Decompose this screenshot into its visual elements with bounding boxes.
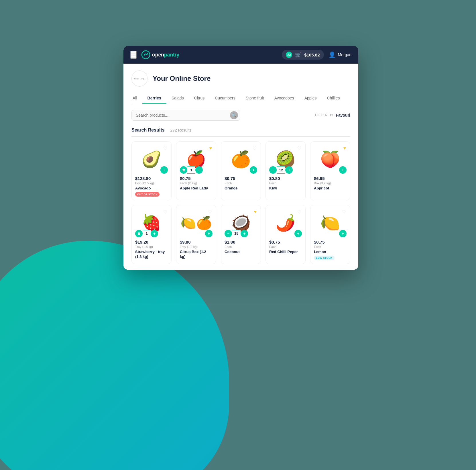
product-avocado-image-area: ♡ 🥑 + <box>135 145 168 174</box>
hamburger-button[interactable]: ☰ <box>130 51 137 59</box>
lemon-price: $0.75 <box>314 240 347 244</box>
favorite-apple-btn[interactable]: ♥ <box>209 145 213 151</box>
search-wrapper: 🔍 <box>131 110 240 121</box>
product-chilli[interactable]: ♡ 🌶️ + $0.75 Each Red Chilli Peper <box>265 205 306 264</box>
tab-stone-fruit[interactable]: Stone fruit <box>241 93 269 104</box>
kiwi-qty: 12 <box>277 166 285 174</box>
citrus-name: Citrus Box (1.2 kg) <box>180 250 213 259</box>
kiwi-add-btn[interactable]: + <box>285 166 293 174</box>
browser-window: ☰ openpantry 22 🛒 $105.82 👤 <box>123 46 358 270</box>
search-input[interactable] <box>131 110 240 121</box>
product-citrus-box[interactable]: ♡ 🍋🍊 + $9.80 Tray (1.2 kg) Citrus Box (1… <box>176 205 216 264</box>
avocado-name: Avocado <box>135 186 168 191</box>
logo-pantry: pantry <box>164 52 179 58</box>
tab-avocadoes[interactable]: Avocadoes <box>269 93 299 104</box>
store-content: Your Logo Your Online Store All Berries … <box>123 64 358 270</box>
user-name: Morgan <box>338 52 351 57</box>
header-right: 22 🛒 $105.82 👤 Morgan <box>282 50 351 60</box>
tab-salads[interactable]: Salads <box>166 93 189 104</box>
apple-qty: 1 <box>187 166 195 174</box>
product-orange[interactable]: ♡ 🍊 + $0.75 Each Orange <box>221 141 261 200</box>
kiwi-name: Kiwi <box>269 186 302 191</box>
cart-area[interactable]: 22 🛒 $105.82 <box>282 50 324 60</box>
tab-chillies[interactable]: Chillies <box>322 93 345 104</box>
search-row: 🔍 FILTER BY Favouri <box>131 110 350 121</box>
favorite-avocado-btn[interactable]: ♡ <box>163 145 168 152</box>
product-apple-image-area: ♥ 🍎 🗑 1 + <box>180 145 213 174</box>
products-grid-row2: ♡ 🍓 🗑 1 + $19.20 Tray (1.8 kg) Strawberr… <box>131 205 350 264</box>
store-title: Your Online Store <box>153 75 211 83</box>
filter-value[interactable]: Favouri <box>336 113 350 117</box>
favorite-kiwi-btn[interactable]: ♡ <box>297 145 302 152</box>
favorite-appricot-btn[interactable]: ♥ <box>343 145 347 151</box>
favorite-orange-btn[interactable]: ♡ <box>252 145 257 152</box>
citrus-price: $9.80 <box>180 240 213 244</box>
category-tabs: All Berries Salads Citrus Cucumbers Ston… <box>131 93 350 104</box>
appricot-name: Appricot <box>314 186 347 191</box>
avocado-unit: Box (12.5 kg) <box>135 181 168 185</box>
apple-add-btn[interactable]: + <box>195 166 203 174</box>
add-lemon-btn[interactable]: + <box>339 230 347 237</box>
product-orange-image-area: ♡ 🍊 + <box>225 145 257 174</box>
strawberry-remove-btn[interactable]: 🗑 <box>135 230 143 237</box>
lemon-emoji: 🍋 <box>320 215 340 231</box>
apple-unit: Each (200g) <box>180 181 213 185</box>
logo-open: open <box>152 52 164 58</box>
add-avocado-btn[interactable]: + <box>160 166 168 174</box>
coconut-emoji: 🥥 <box>231 215 251 231</box>
lemon-unit: Each <box>314 245 347 248</box>
tab-apples[interactable]: Apples <box>299 93 322 104</box>
apple-remove-btn[interactable]: 🗑 <box>180 166 187 174</box>
user-area[interactable]: 👤 Morgan <box>329 51 351 58</box>
avocado-status: OUT OF STOCK <box>135 192 160 197</box>
products-grid-row1: ♡ 🥑 + $128.80 Box (12.5 kg) Avocado OUT … <box>131 141 350 200</box>
results-count: 272 Results <box>170 128 192 132</box>
add-appricot-btn[interactable]: + <box>339 166 347 174</box>
strawberry-price: $19.20 <box>135 240 168 244</box>
product-appricot[interactable]: ♥ 🍑 + $6.95 Box (3.2 kg) Appricot <box>310 141 350 200</box>
lemon-status: LOW STOCK <box>314 256 335 260</box>
product-strawberry[interactable]: ♡ 🍓 🗑 1 + $19.20 Tray (1.8 kg) Strawberr… <box>131 205 172 264</box>
cart-icon: 🛒 <box>295 52 301 58</box>
strawberry-qty-controls: 🗑 1 + <box>135 230 158 237</box>
orange-unit: Each <box>225 181 257 185</box>
chilli-unit: Each <box>269 245 302 248</box>
favorite-strawberry-btn[interactable]: ♡ <box>163 209 168 215</box>
search-button[interactable]: 🔍 <box>230 111 238 119</box>
add-orange-btn[interactable]: + <box>250 166 257 174</box>
coconut-remove-btn[interactable]: − <box>225 230 232 237</box>
product-apple-red-lady[interactable]: ♥ 🍎 🗑 1 + $0.75 Each (200g) Apple Red La… <box>176 141 216 200</box>
citrus-unit: Tray (1.2 kg) <box>180 245 213 248</box>
appricot-price: $6.95 <box>314 176 347 181</box>
product-kiwi[interactable]: ♡ 🥝 − 12 + $0.80 Each Kiwi <box>265 141 306 200</box>
kiwi-remove-btn[interactable]: − <box>269 166 277 174</box>
avocado-price: $128.80 <box>135 176 168 181</box>
chilli-emoji: 🌶️ <box>276 215 296 231</box>
add-chilli-btn[interactable]: + <box>294 230 302 237</box>
orange-name: Orange <box>225 186 257 191</box>
lemon-name: Lemon <box>314 250 347 254</box>
favorite-coconut-btn[interactable]: ♥ <box>253 209 257 215</box>
strawberry-add-btn[interactable]: + <box>151 230 158 237</box>
tab-berries[interactable]: Berries <box>142 93 166 104</box>
tab-cucumbers[interactable]: Cucumbers <box>210 93 241 104</box>
cart-price: $105.82 <box>304 52 320 57</box>
appricot-emoji: 🍑 <box>320 151 340 167</box>
favorite-citrus-btn[interactable]: ♡ <box>207 209 213 215</box>
product-avocado[interactable]: ♡ 🥑 + $128.80 Box (12.5 kg) Avocado OUT … <box>131 141 172 200</box>
product-citrus-image-area: ♡ 🍋🍊 + <box>180 209 213 237</box>
coconut-qty: 15 <box>232 230 241 237</box>
orange-price: $0.75 <box>225 176 257 181</box>
add-citrus-btn[interactable]: + <box>205 230 213 237</box>
coconut-add-btn[interactable]: + <box>241 230 248 237</box>
svg-point-0 <box>142 51 150 59</box>
kiwi-unit: Each <box>269 181 302 185</box>
tab-all[interactable]: All <box>131 93 142 104</box>
filter-area: FILTER BY Favouri <box>315 113 350 117</box>
tab-citrus[interactable]: Citrus <box>189 93 210 104</box>
product-lemon[interactable]: ♡ 🍋 + $0.75 Each Lemon LOW STOCK <box>310 205 350 264</box>
cart-count-badge: 22 <box>286 52 292 58</box>
product-coconut[interactable]: ♥ 🥥 − 15 + $1.80 Each Coconut <box>221 205 261 264</box>
favorite-chilli-btn[interactable]: ♡ <box>297 209 302 215</box>
favorite-lemon-btn[interactable]: ♡ <box>341 209 347 215</box>
